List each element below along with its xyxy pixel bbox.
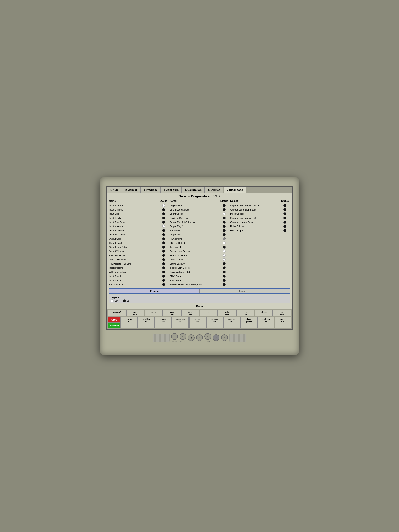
monitor-controls: ○ Menu ○ Select ◄ ► ○ Auto • ○ [106,330,293,342]
status-dot [162,246,165,248]
table-row: PFA 2 MDM [170,237,229,241]
table-row: Orient Check [170,212,229,216]
toolbar-button-4[interactable]: Mag Oper [181,310,199,317]
table-row: Gripper Over Temp in DSP [230,216,290,220]
sensor-status [219,241,229,244]
status-dot [223,254,226,257]
sensor-name: Input Y Home [109,225,158,228]
stop-button[interactable]: Stop [108,317,120,323]
sensor-name: DBS Kit Detect [170,242,218,244]
status-dot [162,262,165,265]
status-dot [284,216,286,219]
sensor-status [158,250,169,253]
toolbar-button-0[interactable]: MStopOff [108,310,126,317]
status-dot [162,229,165,232]
sensor-name: Output Z Home [109,229,158,232]
toolbar-button-9[interactable]: Pa Inde [273,310,291,317]
legend-off-dot [123,299,126,302]
sensor-name: Output Touch [109,242,158,244]
sensor-status [219,221,229,224]
table-row: Registration Y [170,203,229,208]
sensor-status [158,241,169,244]
sensor-name: Output Y Home [109,250,158,253]
status-dot [162,233,165,236]
table-row: Output Touch [109,241,169,245]
status-dot [223,208,226,211]
toolbar-button-5[interactable]: ↕↕ [200,310,217,317]
tab-diagnostic[interactable]: 7 Diagnostic [224,187,246,193]
sensor-name: Orient Check [170,213,218,215]
tab-program[interactable]: 3 Program [140,187,160,193]
sensor-status [219,225,229,228]
menu-button[interactable]: ○ [171,333,178,340]
toolbar-button-8[interactable]: Chess [255,310,272,317]
status-dot [162,250,165,253]
sensor-status [280,225,290,228]
monitor: 1 Auto 2 Manual 3 Program 4 Configure 5 … [100,177,299,355]
sensor-name: Index Gripper [230,213,279,215]
col2: Name! Status Registration YOrient Edge D… [170,200,229,287]
col3-status-header: Status [280,200,290,203]
sensor-status [280,221,290,224]
table-row: Clamp Vacuum [170,262,229,266]
function-button-1[interactable]: Z Video F2 [138,317,155,328]
main-content: Sensor Diagnostics V1.2 Name! Status Inp… [107,193,292,309]
tab-calibration[interactable]: 5 Calibration [182,187,205,193]
status-dot [223,237,226,240]
power-button[interactable]: • [213,334,219,341]
right-button[interactable]: ► [196,334,203,341]
done-bar: Done [109,305,290,308]
unfreeze-button[interactable]: Unfreeze [200,289,290,293]
function-button-0[interactable]: Swap F1 [121,317,138,328]
toolbar-button-1[interactable]: Save Prog [126,310,144,317]
autoidx-button[interactable]: AutoIndx [108,323,120,328]
function-button-2[interactable]: Zoom In F3 [155,317,172,328]
sensor-status [219,229,229,232]
table-row: Input Tray 1 [109,274,169,278]
col2-rows: Registration YOrient Edge DetectOrient C… [170,203,229,287]
sensor-status [158,258,169,261]
extra-button[interactable]: ○ [221,334,228,341]
toolbar-button-2[interactable]: ⌂↔⌂ ↑↓ ↑↓ [145,310,163,317]
function-button-3[interactable]: Zoom Out F4 [172,317,189,328]
sensor-name: Gripper Calibration Status [230,209,279,211]
status-dot [223,229,226,232]
right-speaker [229,334,246,342]
toolbar-button-7[interactable]: ←→ ON [236,310,254,317]
function-button-4[interactable]: Center F5 [189,317,206,328]
sensor-name: Eject Gripper [230,229,279,232]
function-button-9[interactable]: Optic F10 [274,317,291,328]
function-button-8[interactable]: Work Lgt F9 [258,317,274,328]
btn-row-top: MStopOffSave Prog⌂↔⌂ ↑↓ ↑↓W/H OperMag Op… [108,310,291,317]
select-button[interactable]: ○ [180,333,186,340]
auto-button[interactable]: ○ [204,333,211,340]
sensor-name: Input Tray 2 [109,279,158,282]
tab-configure[interactable]: 4 Configure [160,187,182,193]
function-button-5[interactable]: Park B/H F6 [206,317,223,328]
sensor-status [158,233,169,236]
table-row: Registration X [109,282,169,287]
table-row: Input Grip [109,212,169,216]
freeze-button[interactable]: Freeze [109,289,200,293]
status-dot [223,266,226,269]
toolbar-button-6[interactable]: Bnd Ht Relm [218,310,236,317]
table-row: Output Y Home [109,249,169,253]
sensor-status [219,279,229,282]
table-row: Output Grip [109,237,169,241]
col2-name-header: Name! [170,200,217,203]
toolbar-button-3[interactable]: W/H Oper [163,310,181,317]
tab-utilities[interactable]: 6 Utilities [205,187,223,193]
left-button[interactable]: ◄ [188,334,195,341]
function-button-7[interactable]: Clamp Open F8 [241,317,257,328]
table-row: Input Touch [109,216,169,220]
tab-auto[interactable]: 1 Auto [107,187,122,193]
tab-manual[interactable]: 2 Manual [122,187,140,193]
table-row: System Low Pressure [170,249,229,253]
table-row: Input Tray Detect [109,220,169,224]
sensor-status [219,208,229,211]
sensor-name: Registration Y [170,204,218,207]
col1-rows: Input Z HomeInput G HomeInput GripInput … [109,203,169,287]
function-button-6[interactable]: USG On F7 [223,317,240,328]
sensor-name: Input Tray 1 [109,275,158,278]
sensor-status [280,212,290,215]
